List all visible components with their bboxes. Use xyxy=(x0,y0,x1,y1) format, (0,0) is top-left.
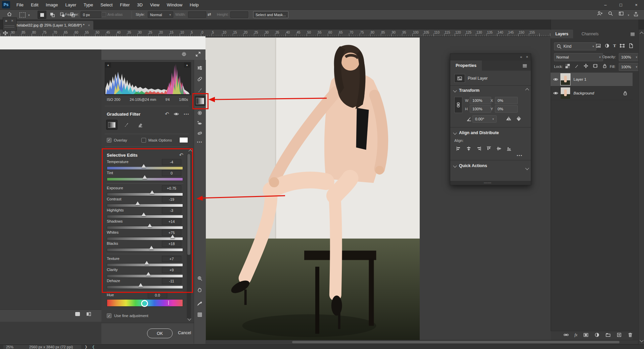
layer-row-layer-1[interactable]: Layer 1 xyxy=(551,73,633,86)
slider-value[interactable]: +0.75 xyxy=(162,185,181,191)
slider-track[interactable] xyxy=(107,193,183,196)
close-window-button[interactable]: × xyxy=(629,0,644,9)
slider-track[interactable] xyxy=(107,274,183,278)
slider-thumb[interactable] xyxy=(149,246,154,249)
patch-tool[interactable] xyxy=(196,129,204,137)
status-back-icon[interactable]: ❮ xyxy=(92,345,95,349)
panel-scrollbar[interactable] xyxy=(187,154,191,318)
canvas-image[interactable] xyxy=(205,36,420,344)
close-toolbar-icon[interactable]: × xyxy=(11,18,13,23)
tab-properties[interactable]: Properties xyxy=(450,61,482,71)
style-select[interactable]: Normal ▾ xyxy=(148,11,173,18)
swap-dimensions-icon[interactable]: ⇄ xyxy=(208,12,211,17)
slider-track[interactable] xyxy=(107,226,183,229)
scroll-up-icon[interactable] xyxy=(640,32,643,35)
hue-value[interactable]: 0.0 xyxy=(148,292,167,298)
new-selection[interactable] xyxy=(38,11,46,19)
lock-brush-icon[interactable] xyxy=(574,63,579,69)
brush-tool[interactable] xyxy=(121,120,132,129)
slider-thumb[interactable] xyxy=(144,261,149,265)
overlay-checkbox[interactable]: ✓ xyxy=(107,138,111,143)
align-section-header[interactable]: Align and Distribute xyxy=(454,130,499,135)
menu-window[interactable]: Window xyxy=(163,0,186,9)
radial-filter[interactable] xyxy=(196,109,204,117)
more-dots-icon[interactable]: ••• xyxy=(184,112,189,116)
eraser-tool[interactable] xyxy=(135,120,146,129)
smart-filter-icon[interactable] xyxy=(628,43,634,48)
add-selection[interactable] xyxy=(48,11,56,18)
share-icon[interactable] xyxy=(633,11,639,17)
ruler[interactable]: 9085807570656055504540353025201510505101… xyxy=(0,30,644,37)
menu-view[interactable]: View xyxy=(146,0,163,9)
quick-actions-header[interactable]: Quick Actions xyxy=(454,163,487,168)
align-top[interactable] xyxy=(485,145,493,152)
canvas-vertical-scrollbar[interactable] xyxy=(638,30,644,344)
mask-options-checkbox[interactable] xyxy=(141,138,146,143)
slider-thumb[interactable] xyxy=(150,190,154,194)
slider-value[interactable]: +18 xyxy=(162,241,181,247)
graduated-filter[interactable] xyxy=(195,96,205,106)
slider-value[interactable]: +7 xyxy=(162,256,181,262)
link-dimensions-button[interactable] xyxy=(454,97,462,113)
layer-group-icon[interactable] xyxy=(605,332,611,338)
align-left[interactable] xyxy=(455,145,462,152)
healing-brush[interactable] xyxy=(196,75,204,83)
tab-channels[interactable]: Channels xyxy=(577,30,603,38)
panel-menu-icon[interactable] xyxy=(630,32,635,37)
home-icon[interactable] xyxy=(7,11,12,17)
slider-track[interactable] xyxy=(107,204,183,207)
menu-select[interactable]: Select xyxy=(97,0,116,9)
search-icon[interactable] xyxy=(608,11,613,16)
panel-menu-icon[interactable] xyxy=(522,63,527,69)
reset-icon[interactable]: ↶ xyxy=(179,152,183,158)
adjustment-filter-icon[interactable] xyxy=(604,43,610,48)
menu-image[interactable]: Image xyxy=(42,0,61,9)
adjustment-layer-icon[interactable] xyxy=(594,332,600,338)
hand-tool[interactable] xyxy=(196,286,204,294)
anti-alias-checkbox[interactable] xyxy=(101,12,106,17)
slider-value[interactable]: -4 xyxy=(162,159,181,165)
align-right[interactable] xyxy=(475,145,482,152)
height-input[interactable] xyxy=(230,11,248,18)
layer-effects-icon[interactable]: fx xyxy=(574,333,578,338)
blend-mode-select[interactable]: Normal ▾ xyxy=(554,53,603,61)
split-view-icon[interactable] xyxy=(86,311,91,317)
layer-row-background[interactable]: Background xyxy=(551,86,633,100)
lock-artboard-icon[interactable] xyxy=(593,63,598,69)
red-eye[interactable] xyxy=(196,119,204,127)
histogram[interactable] xyxy=(105,62,191,95)
color-sampler[interactable] xyxy=(196,299,204,307)
slider-thumb[interactable] xyxy=(142,175,147,179)
width-input[interactable] xyxy=(188,11,206,18)
workspace-icon[interactable] xyxy=(618,11,624,16)
canvas-horizontal-scrollbar[interactable] xyxy=(205,340,638,344)
align-bottom[interactable] xyxy=(505,145,513,152)
tab-layers[interactable]: Layers xyxy=(551,30,573,38)
chevron-down-icon[interactable]: ▾ xyxy=(628,13,629,17)
slider-thumb[interactable] xyxy=(138,283,143,287)
scrollbar-thumb[interactable] xyxy=(187,154,190,255)
menu-filter[interactable]: Filter xyxy=(116,0,133,9)
slider-thumb[interactable] xyxy=(141,212,146,216)
grid-overlay[interactable] xyxy=(196,311,204,319)
tool-preset-chevron-icon[interactable]: ▾ xyxy=(28,13,30,17)
close-tab-icon[interactable]: × xyxy=(88,23,90,27)
move-tool-icon[interactable] xyxy=(3,30,8,36)
select-and-mask-button[interactable]: Select and Mask... xyxy=(253,11,288,18)
feather-input[interactable]: 0 px xyxy=(81,11,101,18)
lock-all-icon[interactable] xyxy=(602,63,607,69)
expand-toolbar-icon[interactable]: » xyxy=(5,18,7,23)
scroll-up-icon[interactable] xyxy=(525,88,529,92)
adjust-sliders[interactable] xyxy=(196,64,204,72)
slider-thumb[interactable] xyxy=(146,272,151,276)
collapse-panels-icon[interactable]: « xyxy=(520,55,522,59)
photoshop-logo-icon[interactable]: Ps xyxy=(2,1,10,8)
fill-view-icon[interactable] xyxy=(75,312,80,316)
link-layers-icon[interactable] xyxy=(563,332,569,338)
menu-3d[interactable]: 3D xyxy=(133,0,146,9)
slider-track[interactable] xyxy=(107,285,183,289)
fill-select[interactable]: 100% ▾ xyxy=(619,63,640,71)
visibility-eye-icon[interactable] xyxy=(551,77,561,82)
slider-thumb[interactable] xyxy=(141,164,146,168)
slider-value[interactable]: -19 xyxy=(162,196,181,202)
